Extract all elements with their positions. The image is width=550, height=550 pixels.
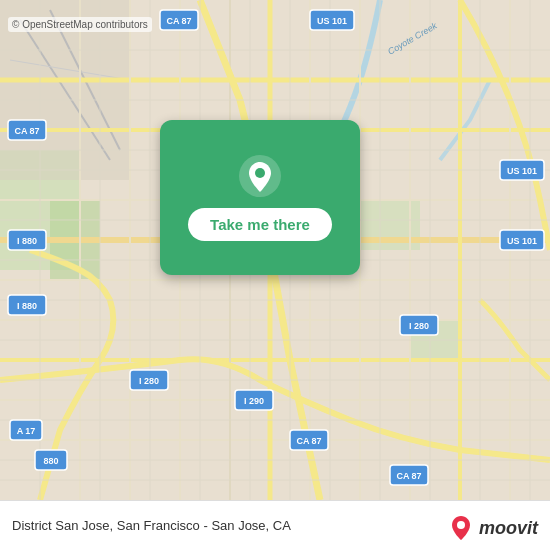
svg-text:US 101: US 101 xyxy=(507,166,537,176)
location-pin-icon xyxy=(238,154,282,198)
svg-point-82 xyxy=(255,168,265,178)
bottom-bar: District San Jose, San Francisco - San J… xyxy=(0,500,550,550)
take-me-there-button[interactable]: Take me there xyxy=(188,208,332,241)
map-attribution: © OpenStreetMap contributors xyxy=(8,17,152,32)
svg-text:US 101: US 101 xyxy=(317,16,347,26)
svg-text:I 280: I 280 xyxy=(139,376,159,386)
svg-text:880: 880 xyxy=(43,456,58,466)
moovit-logo: moovit xyxy=(447,514,538,542)
svg-text:I 290: I 290 xyxy=(244,396,264,406)
svg-text:A 17: A 17 xyxy=(17,426,36,436)
svg-text:CA 87: CA 87 xyxy=(14,126,39,136)
destination-card: Take me there xyxy=(160,120,360,275)
svg-text:I 880: I 880 xyxy=(17,236,37,246)
svg-text:CA 87: CA 87 xyxy=(166,16,191,26)
moovit-brand-text: moovit xyxy=(479,518,538,539)
svg-text:I 280: I 280 xyxy=(409,321,429,331)
map-container: CA 87 US 101 CA 87 I 880 I 880 880 A 17 … xyxy=(0,0,550,500)
svg-text:I 880: I 880 xyxy=(17,301,37,311)
svg-point-83 xyxy=(457,521,465,529)
svg-text:US 101: US 101 xyxy=(507,236,537,246)
svg-text:CA 87: CA 87 xyxy=(396,471,421,481)
moovit-logo-icon xyxy=(447,514,475,542)
svg-text:CA 87: CA 87 xyxy=(296,436,321,446)
